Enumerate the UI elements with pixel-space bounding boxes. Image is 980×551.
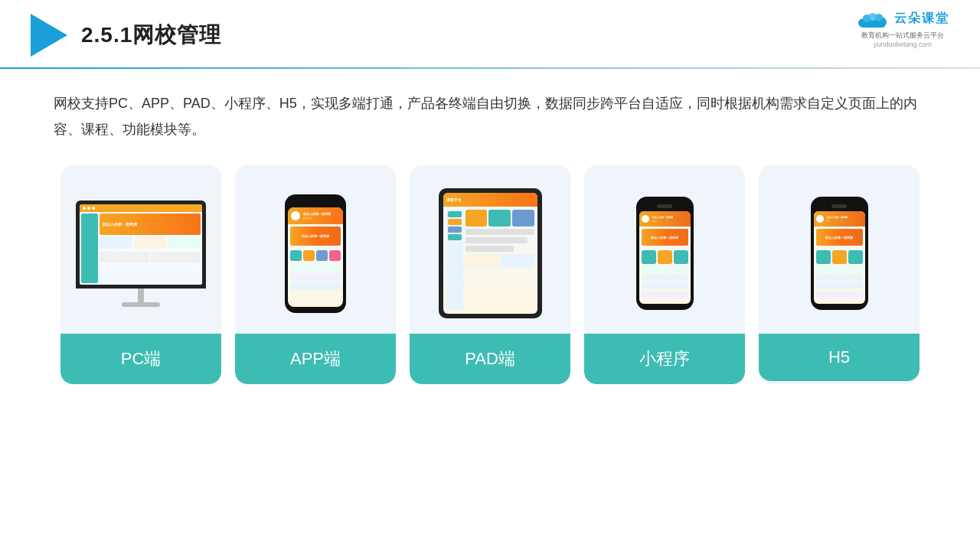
svg-point-6: [863, 15, 871, 22]
brand-name: 云朵课堂: [894, 11, 949, 27]
svg-point-7: [875, 14, 883, 21]
pad-image-area: 课程平台: [410, 165, 570, 334]
miniprogram-card-label: 小程序: [584, 334, 745, 384]
page-title: 2.5.1网校管理: [81, 21, 221, 50]
pc-monitor-icon: 职达人的第一堂网课: [76, 201, 206, 307]
h5-phone-icon: 职达人的第一堂网课 H5 职达人的第一堂网课: [811, 197, 868, 310]
h5-card: 职达人的第一堂网课 H5 职达人的第一堂网课: [759, 165, 920, 384]
pad-tablet-icon: 课程平台: [439, 188, 542, 318]
brand-tagline: 教育机构一站式服务云平台: [861, 31, 944, 41]
description-text: 网校支持PC、APP、PAD、小程序、H5，实现多端打通，产品各终端自由切换，数…: [0, 69, 980, 158]
miniprogram-card: 职达人的第一堂网课 精品 职达人的第一堂网课: [584, 165, 745, 384]
brand-logo: 云朵课堂 教育机构一站式服务云平台 yunduoketang.com: [856, 8, 949, 48]
pad-card: 课程平台: [410, 165, 570, 384]
page-header: 2.5.1网校管理 云朵课堂 教育机构一站式服务云平台 yunduoketang…: [0, 0, 980, 57]
app-phone-icon: 职达人的第一堂网课 精品课程 职达人的第一堂网课: [285, 194, 346, 313]
app-card-label: APP端: [235, 334, 396, 384]
cloud-svg-icon: [856, 8, 890, 29]
pc-card: 职达人的第一堂网课: [60, 165, 221, 384]
cards-container: 职达人的第一堂网课: [0, 158, 980, 407]
h5-image-area: 职达人的第一堂网课 H5 职达人的第一堂网课: [759, 165, 920, 334]
pc-card-label: PC端: [60, 334, 221, 384]
svg-rect-4: [861, 21, 885, 28]
brand-url: yunduoketang.com: [874, 41, 932, 48]
brand-icon: 云朵课堂: [856, 8, 949, 29]
pad-card-label: PAD端: [410, 334, 570, 384]
h5-card-label: H5: [759, 334, 920, 381]
logo-triangle-icon: [31, 14, 67, 57]
miniprogram-phone-icon: 职达人的第一堂网课 精品 职达人的第一堂网课: [636, 197, 694, 310]
miniprogram-image-area: 职达人的第一堂网课 精品 职达人的第一堂网课: [584, 165, 745, 334]
app-image-area: 职达人的第一堂网课 精品课程 职达人的第一堂网课: [235, 165, 396, 334]
app-card: 职达人的第一堂网课 精品课程 职达人的第一堂网课: [235, 165, 396, 384]
pc-image-area: 职达人的第一堂网课: [60, 165, 221, 334]
